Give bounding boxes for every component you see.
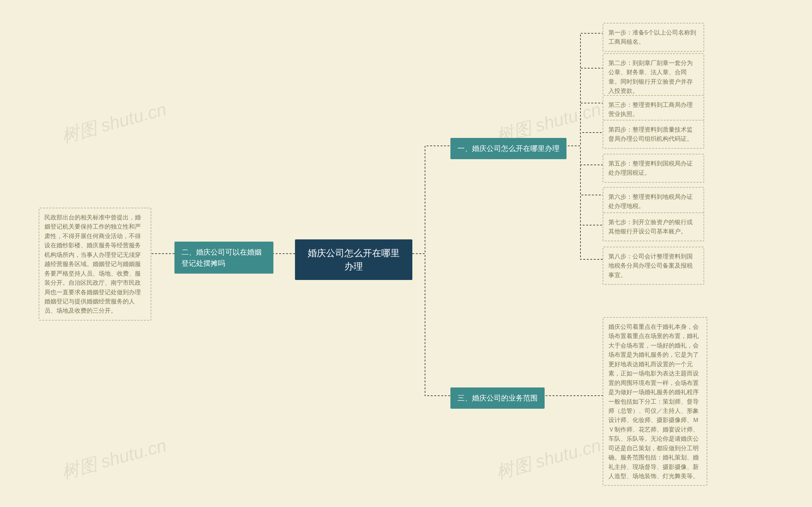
branch-2-detail[interactable]: 民政部出台的相关标准中曾提出，婚姻登记机关要保持工作的独立性和严肃性，不得开展任… bbox=[39, 208, 151, 321]
branch-1-step-1-text: 第一步：准备5个以上公司名称到工商局核名。 bbox=[608, 29, 696, 45]
branch-1-step-6[interactable]: 第六步：整理资料到地税局办证处办理地税。 bbox=[603, 187, 704, 216]
branch-1-step-2-text: 第二步：到刻章厂刻章一套分为公章、财务章、法人章、合同章。同时到银行开立验资户并… bbox=[608, 60, 693, 94]
watermark: 树图 shutu.cn bbox=[59, 97, 169, 149]
branch-1-step-2[interactable]: 第二步：到刻章厂刻章一套分为公章、财务章、法人章、合同章。同时到银行开立验资户并… bbox=[603, 53, 704, 101]
branch-1-title: 一、婚庆公司怎么开在哪里办理 bbox=[457, 144, 559, 153]
branch-1-step-7[interactable]: 第七步：到开立验资户的银行或其他银行开设公司基本账户。 bbox=[603, 213, 704, 241]
branch-3-title: 三、婚庆公司的业务范围 bbox=[457, 394, 538, 402]
branch-1-step-4[interactable]: 第四步：整理资料到质量技术监督局办理公司组织机构代码证。 bbox=[603, 120, 704, 149]
branch-2[interactable]: 二、婚庆公司可以在婚姻登记处摆摊吗 bbox=[174, 242, 273, 274]
branch-1-step-4-text: 第四步：整理资料到质量技术监督局办理公司组织机构代码证。 bbox=[608, 126, 693, 142]
branch-1-step-8[interactable]: 第八步：公司会计整理资料到国地税务分局办理公司备案及报税事宜。 bbox=[603, 247, 704, 285]
branch-3-detail-text: 婚庆公司着重点在于婚礼本身，会场布置着重点在场景的布置，婚礼大于会场布置，一场好… bbox=[608, 324, 699, 480]
branch-1-step-5[interactable]: 第五步：整理资料到国税局办证处办理国税证。 bbox=[603, 154, 704, 183]
branch-1-step-3-text: 第三步：整理资料到工商局办理营业执照。 bbox=[608, 102, 693, 117]
branch-1-step-6-text: 第六步：整理资料到地税局办证处办理地税。 bbox=[608, 193, 693, 209]
root-title: 婚庆公司怎么开在哪里办理 bbox=[308, 248, 400, 271]
branch-3[interactable]: 三、婚庆公司的业务范围 bbox=[450, 388, 545, 409]
branch-2-detail-text: 民政部出台的相关标准中曾提出，婚姻登记机关要保持工作的独立性和严肃性，不得开展任… bbox=[44, 214, 141, 314]
branch-1-step-8-text: 第八步：公司会计整理资料到国地税务分局办理公司备案及报税事宜。 bbox=[608, 253, 693, 278]
branch-1-step-5-text: 第五步：整理资料到国税局办证处办理国税证。 bbox=[608, 160, 693, 176]
watermark: 树图 shutu.cn bbox=[59, 434, 169, 485]
branch-1[interactable]: 一、婚庆公司怎么开在哪里办理 bbox=[450, 138, 566, 159]
watermark: 树图 shutu.cn bbox=[494, 434, 604, 485]
branch-2-title: 二、婚庆公司可以在婚姻登记处摆摊吗 bbox=[181, 248, 262, 267]
branch-1-step-1[interactable]: 第一步：准备5个以上公司名称到工商局核名。 bbox=[603, 23, 704, 52]
root-node[interactable]: 婚庆公司怎么开在哪里办理 bbox=[295, 239, 412, 280]
branch-3-detail[interactable]: 婚庆公司着重点在于婚礼本身，会场布置着重点在场景的布置，婚礼大于会场布置，一场好… bbox=[603, 317, 707, 486]
branch-1-step-7-text: 第七步：到开立验资户的银行或其他银行开设公司基本账户。 bbox=[608, 219, 693, 235]
